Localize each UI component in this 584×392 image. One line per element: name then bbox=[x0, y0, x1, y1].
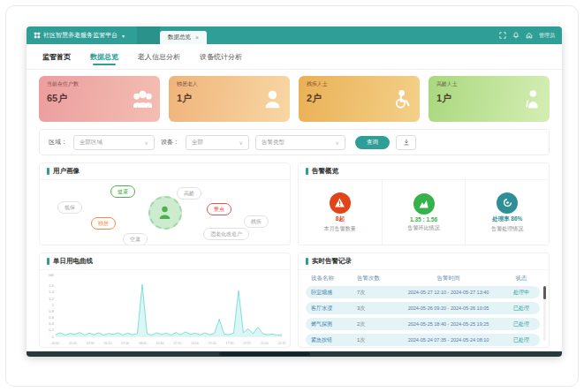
svg-text:0.2: 0.2 bbox=[49, 328, 53, 332]
person-icon bbox=[263, 90, 282, 109]
panel-title-bar: 单日用电曲线 bbox=[40, 253, 290, 270]
power-chart-svg: 00.20.40.60.811.21.41.6kW00:0001:4503:30… bbox=[42, 272, 286, 346]
user-profile-panel: 用户画像 低保 健康 独居 空巢 高龄 重点 残疾 适老化改造户 bbox=[39, 162, 291, 245]
svg-text:1.2: 1.2 bbox=[49, 297, 53, 301]
tabstrip-divider bbox=[137, 26, 160, 44]
metric-value: 8起 bbox=[336, 215, 345, 223]
gauge-icon bbox=[502, 197, 513, 208]
close-icon[interactable]: × bbox=[195, 34, 199, 41]
alarm-metric-handle-rate[interactable]: 处理率 86% 告警处理情况 bbox=[465, 180, 549, 245]
svg-text:05:15: 05:15 bbox=[104, 342, 112, 345]
profile-tags-area: 低保 健康 独居 空巢 高龄 重点 残疾 适老化改造户 bbox=[40, 180, 290, 245]
app-logo-icon bbox=[34, 32, 41, 39]
bell-icon[interactable] bbox=[512, 32, 520, 39]
svg-text:0.4: 0.4 bbox=[49, 321, 54, 326]
svg-text:0.6: 0.6 bbox=[49, 315, 54, 320]
stat-card-households[interactable]: 当前在住户数 65户 bbox=[39, 76, 160, 122]
svg-text:17:30: 17:30 bbox=[225, 342, 233, 345]
profile-tag: 适老化改造户 bbox=[203, 228, 249, 240]
profile-tag: 残疾 bbox=[244, 215, 269, 228]
area-select[interactable]: 全部区域∨ bbox=[73, 135, 155, 150]
elder-icon bbox=[523, 90, 542, 109]
profile-tag: 高龄 bbox=[177, 187, 201, 200]
tab-device-stats[interactable]: 设备统计分析 bbox=[200, 44, 242, 69]
metric-value: 1.35 : 1.56 bbox=[410, 216, 437, 222]
stat-card-label: 高龄人士 bbox=[436, 80, 458, 88]
table-row[interactable]: 紧急按钮 1次 2024-05-24 07:35 - 2024-05-24 08… bbox=[306, 334, 540, 346]
avatar bbox=[148, 196, 182, 230]
panel-title: 告警概览 bbox=[312, 167, 338, 176]
stat-card-value: 2户 bbox=[307, 92, 328, 105]
title-marker bbox=[306, 258, 308, 265]
warning-icon bbox=[334, 197, 345, 208]
title-bar: 社区智慧养老服务监管平台 ▾ 数据总览 × 管理员 bbox=[27, 26, 562, 44]
stat-card-label: 当前在住户数 bbox=[47, 80, 79, 88]
area-filter-label: 区域： bbox=[49, 138, 67, 147]
main-content: 当前在住户数 65户 独居老人 1户 残疾人士 2户 bbox=[27, 70, 562, 351]
svg-text:01:45: 01:45 bbox=[69, 342, 77, 345]
svg-text:15:45: 15:45 bbox=[209, 342, 216, 345]
svg-text:00:00: 00:00 bbox=[51, 342, 59, 345]
user-label[interactable]: 管理员 bbox=[539, 32, 555, 40]
alarm-overview-panel: 告警概览 8起 本月告警数量 1.35 : 1.56 告警环比情况 bbox=[298, 162, 550, 245]
filter-bar: 区域： 全部区域∨ 设备： 全部∨ 告警类型∨ 查询 bbox=[39, 129, 550, 155]
stat-card-label: 独居老人 bbox=[177, 80, 198, 88]
home-icon[interactable] bbox=[526, 32, 533, 39]
metric-label: 告警处理情况 bbox=[491, 225, 523, 233]
panel-title-bar: 告警概览 bbox=[299, 163, 549, 180]
table-row[interactable]: 卧室烟感 7次 2024-05-27 12:10 - 2024-05-27 13… bbox=[306, 286, 540, 298]
bottom-scrollbar[interactable] bbox=[27, 351, 562, 357]
profile-tag: 低保 bbox=[57, 201, 82, 214]
family-icon bbox=[133, 90, 152, 109]
stat-card-solitary[interactable]: 独居老人 1户 bbox=[169, 76, 290, 122]
tab-home[interactable]: 监管首页 bbox=[42, 44, 71, 69]
chevron-down-icon[interactable]: ▾ bbox=[122, 33, 125, 39]
alarm-metric-trend[interactable]: 1.35 : 1.56 告警环比情况 bbox=[382, 180, 466, 245]
export-button[interactable] bbox=[396, 135, 416, 150]
person-icon bbox=[157, 205, 172, 220]
metric-label: 告警环比情况 bbox=[408, 224, 440, 232]
svg-text:22:45: 22:45 bbox=[278, 342, 286, 345]
svg-text:10:30: 10:30 bbox=[156, 342, 164, 345]
alarm-type-select[interactable]: 告警类型∨ bbox=[255, 135, 345, 150]
svg-text:1.4: 1.4 bbox=[49, 290, 54, 295]
device-select[interactable]: 全部∨ bbox=[186, 135, 249, 150]
profile-tag: 重点 bbox=[207, 203, 231, 215]
table-scrollbar bbox=[543, 286, 546, 341]
tab-elder-analysis[interactable]: 老人信息分析 bbox=[138, 44, 180, 69]
svg-text:14:00: 14:00 bbox=[191, 342, 199, 345]
chevron-down-icon: ∨ bbox=[336, 139, 339, 146]
search-button[interactable]: 查询 bbox=[355, 136, 390, 149]
tab-data-overview[interactable]: 数据总览 bbox=[90, 44, 118, 69]
svg-text:kW: kW bbox=[49, 273, 54, 277]
fullscreen-icon[interactable] bbox=[499, 32, 506, 39]
table-row[interactable]: 客厅水浸 3次 2024-05-26 09:20 - 2024-05-26 10… bbox=[306, 302, 540, 314]
panel-grid: 用户画像 低保 健康 独居 空巢 高龄 重点 残疾 适老化改造户 bbox=[39, 162, 550, 348]
power-curve-panel: 单日用电曲线 00.20.40.60.811.21.41.6kW00:0001:… bbox=[39, 253, 291, 348]
stat-card-disabled[interactable]: 残疾人士 2户 bbox=[299, 76, 420, 122]
svg-text:19:15: 19:15 bbox=[243, 342, 251, 345]
export-icon bbox=[403, 139, 410, 146]
table-row[interactable]: 燃气探测 2次 2024-05-25 18:40 - 2024-05-25 19… bbox=[306, 318, 540, 330]
stat-card-label: 残疾人士 bbox=[307, 80, 328, 88]
chevron-down-icon: ∨ bbox=[239, 139, 243, 146]
chart-area: 00.20.40.60.811.21.41.6kW00:0001:4503:30… bbox=[40, 270, 290, 347]
workspace-tab[interactable]: 数据总览 × bbox=[160, 31, 207, 44]
stat-card-aged[interactable]: 高龄人士 1户 bbox=[429, 76, 550, 122]
alarm-records-panel: 实时告警记录 设备名称 告警次数 告警时间 状态 卧室烟感 7次 2024-05… bbox=[298, 253, 550, 348]
scrollbar-thumb[interactable] bbox=[219, 352, 310, 356]
svg-text:0.8: 0.8 bbox=[49, 309, 54, 313]
alarm-metric-count[interactable]: 8起 本月告警数量 bbox=[299, 180, 382, 245]
device-filter-label: 设备： bbox=[161, 138, 179, 147]
wheelchair-icon bbox=[393, 90, 412, 109]
svg-text:1.6: 1.6 bbox=[49, 283, 54, 288]
svg-text:21:00: 21:00 bbox=[261, 342, 269, 345]
svg-text:1: 1 bbox=[52, 303, 54, 307]
trend-icon bbox=[418, 198, 429, 209]
panel-title-bar: 用户画像 bbox=[40, 163, 290, 180]
chevron-down-icon: ∨ bbox=[145, 139, 148, 146]
profile-tag: 独居 bbox=[91, 217, 116, 230]
scrollbar-thumb[interactable] bbox=[543, 286, 546, 299]
svg-text:0: 0 bbox=[52, 335, 55, 339]
title-marker bbox=[306, 168, 308, 175]
